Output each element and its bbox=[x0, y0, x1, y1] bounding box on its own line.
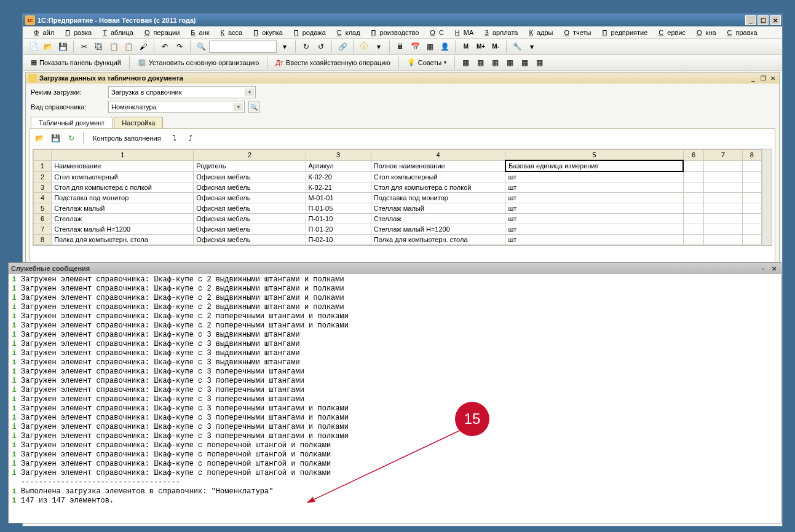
mminus-button[interactable]: M- bbox=[489, 40, 502, 53]
calendar-icon[interactable]: 📅 bbox=[408, 40, 422, 53]
dropdown-icon[interactable]: ▾ bbox=[278, 40, 291, 53]
copy-icon[interactable]: ⿻ bbox=[92, 40, 106, 53]
menu-item-11[interactable]: НМА bbox=[448, 28, 477, 37]
menu-item-12[interactable]: Зарплата bbox=[477, 28, 521, 37]
minimize-button[interactable]: _ bbox=[745, 15, 756, 25]
tab-settings[interactable]: Настройка bbox=[114, 117, 163, 128]
menu-item-18[interactable]: Справка bbox=[720, 28, 761, 37]
tips-button[interactable]: 💡Советы▾ bbox=[403, 56, 451, 69]
grp5-icon[interactable]: ▦ bbox=[518, 56, 531, 69]
table-row[interactable]: 2Стол компьютерныйОфисная мебельК-02-20С… bbox=[34, 171, 762, 182]
show-panel-button[interactable]: ▦Показать панель функций bbox=[26, 56, 125, 69]
sub-restore-button[interactable]: ❐ bbox=[758, 74, 768, 82]
data-table[interactable]: 1 2 3 4 5 6 7 8 1НаименованиеРодительАрт… bbox=[33, 149, 762, 245]
brush-icon[interactable]: 🖌 bbox=[136, 40, 150, 53]
sub-close-button[interactable]: ✕ bbox=[768, 74, 778, 82]
menu-item-7[interactable]: Продажа bbox=[287, 28, 330, 37]
user-icon[interactable]: 👤 bbox=[438, 40, 451, 53]
close-button[interactable]: ✕ bbox=[770, 15, 781, 25]
check-fill-button[interactable]: Контроль заполнения bbox=[89, 131, 165, 145]
paste-icon[interactable]: 📋 bbox=[107, 40, 121, 53]
maximize-button[interactable]: ☐ bbox=[757, 15, 769, 25]
messages-pin-button[interactable]: ▫ bbox=[759, 264, 767, 273]
menu-item-10[interactable]: ОС bbox=[422, 28, 448, 37]
inner-open-icon[interactable]: 📂 bbox=[33, 131, 46, 145]
save-icon[interactable]: 💾 bbox=[56, 40, 69, 53]
table-row[interactable]: 4Подставка под мониторОфисная мебельМ-01… bbox=[34, 193, 762, 203]
tab-table-doc[interactable]: Табличный документ bbox=[31, 117, 113, 128]
paste2-icon[interactable]: 📋 bbox=[122, 40, 135, 53]
menu-item-16[interactable]: Сервис bbox=[651, 28, 689, 37]
menu-item-1[interactable]: Правка bbox=[58, 28, 95, 37]
help-icon[interactable]: ⓘ bbox=[357, 40, 371, 53]
ref-type-lookup-button[interactable]: 🔍 bbox=[248, 101, 259, 113]
sel-next-icon[interactable]: ⤴ bbox=[184, 131, 197, 145]
titlebar: 1C 1С:Предприятие - Новая Тестовая (с 20… bbox=[23, 14, 782, 26]
menu-item-6[interactable]: Покупка bbox=[246, 28, 287, 37]
grp3-icon[interactable]: ▦ bbox=[488, 56, 502, 69]
inner-refresh-icon[interactable]: ↻ bbox=[65, 131, 78, 145]
link-icon[interactable]: 🔗 bbox=[336, 40, 349, 53]
info-icon: i bbox=[11, 294, 17, 303]
info-icon: i bbox=[11, 321, 17, 331]
table-row[interactable]: 7Стеллаж малый Н=1200Офисная мебельП-01-… bbox=[34, 224, 762, 235]
redo-icon[interactable]: ↷ bbox=[173, 40, 186, 53]
ref-type-select[interactable]: Номенклатура bbox=[108, 101, 245, 113]
grp6-icon[interactable]: ▦ bbox=[532, 56, 546, 69]
inner-save-icon[interactable]: 💾 bbox=[49, 131, 62, 145]
info-icon: i bbox=[11, 275, 17, 284]
load-mode-label: Режим загрузки: bbox=[31, 88, 105, 96]
grp1-icon[interactable]: ▦ bbox=[459, 56, 472, 69]
sel-prev-icon[interactable]: ⤵ bbox=[168, 131, 181, 145]
menubar: ФайлПравкаТаблицаОперацииБанкКассаПокупк… bbox=[23, 26, 782, 39]
mplus-button[interactable]: M+ bbox=[474, 40, 488, 53]
info-icon: i bbox=[11, 358, 17, 367]
grp2-icon[interactable]: ▦ bbox=[473, 56, 487, 69]
table-row[interactable]: 8Полка для компьютерн. столаОфисная мебе… bbox=[34, 235, 762, 245]
cut-icon[interactable]: ✂ bbox=[77, 40, 91, 53]
calendar2-icon[interactable]: ▦ bbox=[423, 40, 437, 53]
message-line: iЗагружен элемент справочника: Шкаф-купе… bbox=[11, 377, 778, 386]
menu-item-3[interactable]: Операции bbox=[137, 28, 183, 37]
undo-icon[interactable]: ↶ bbox=[158, 40, 172, 53]
help2-icon[interactable]: ▾ bbox=[372, 40, 386, 53]
grp4-icon[interactable]: ▦ bbox=[503, 56, 516, 69]
calc-icon[interactable]: 🖩 bbox=[394, 40, 407, 53]
menu-item-9[interactable]: Производство bbox=[364, 28, 423, 37]
open-icon[interactable]: 📂 bbox=[41, 40, 55, 53]
table-row[interactable]: 3Стол для компьютера с полкойОфисная меб… bbox=[34, 182, 762, 193]
wrench-icon[interactable]: 🔧 bbox=[510, 40, 524, 53]
sub-minimize-button[interactable]: _ bbox=[748, 74, 758, 82]
find-icon[interactable]: 🔍 bbox=[194, 40, 208, 53]
new-icon[interactable]: 📄 bbox=[26, 40, 40, 53]
subwindow-icon bbox=[28, 74, 37, 82]
search-input[interactable] bbox=[209, 41, 277, 53]
menu-item-8[interactable]: Склад bbox=[330, 28, 364, 37]
table-row[interactable]: 6СтеллажОфисная мебельП-01-10Стеллажшт bbox=[34, 214, 762, 224]
message-line: iЗагружен элемент справочника: Шкаф-купе… bbox=[11, 284, 778, 294]
message-line: iЗагружен элемент справочника: Шкаф-купе… bbox=[11, 340, 778, 349]
refresh-icon[interactable]: ↻ bbox=[299, 40, 313, 53]
menu-item-14[interactable]: Отчеты bbox=[556, 28, 595, 37]
grid-scrollbar[interactable] bbox=[762, 149, 772, 245]
menu-item-17[interactable]: Окна bbox=[689, 28, 720, 37]
menu-item-15[interactable]: Предприятие bbox=[595, 28, 652, 37]
inner-toolbar: 📂 💾 ↻ Контроль заполнения ⤵ ⤴ bbox=[33, 131, 772, 146]
menu-item-2[interactable]: Таблица bbox=[95, 28, 137, 37]
menu-item-13[interactable]: Кадры bbox=[522, 28, 557, 37]
messages-title: Служебные сообщения bbox=[11, 265, 759, 272]
messages-close-button[interactable]: ✕ bbox=[770, 264, 778, 273]
wrench-dd-icon[interactable]: ▾ bbox=[525, 40, 539, 53]
info-icon: i bbox=[11, 377, 17, 386]
menu-item-4[interactable]: Банк bbox=[183, 28, 213, 37]
refresh2-icon[interactable]: ↺ bbox=[314, 40, 328, 53]
menu-item-5[interactable]: Касса bbox=[213, 28, 247, 37]
message-line: iЗагружен элемент справочника: Шкаф-купе… bbox=[11, 386, 778, 395]
menu-item-0[interactable]: Файл bbox=[26, 28, 58, 37]
m-button[interactable]: M bbox=[459, 40, 473, 53]
load-mode-select[interactable]: Загрузка в справочник bbox=[108, 86, 256, 98]
set-main-org-button[interactable]: 🏢Установить основную организацию bbox=[133, 56, 264, 69]
table-row[interactable]: 5Стеллаж малыйОфисная мебельП-01-05Стелл… bbox=[34, 203, 762, 214]
app-icon: 1C bbox=[25, 15, 35, 25]
enter-operation-button[interactable]: ДтВвести хозяйственную операцию bbox=[271, 56, 394, 69]
